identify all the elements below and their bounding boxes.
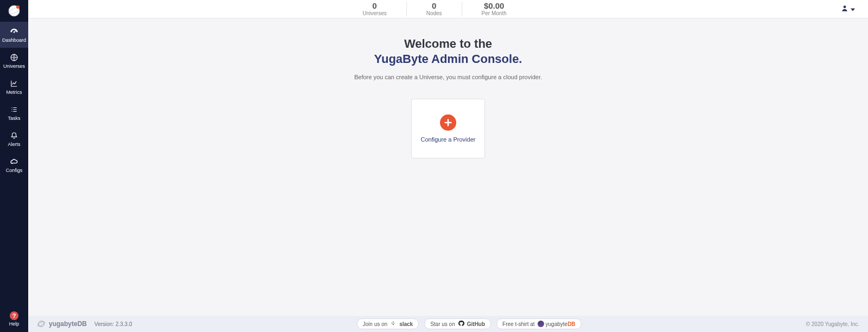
- list-icon: [10, 105, 18, 114]
- sidebar-item-metrics[interactable]: Metrics: [0, 74, 28, 100]
- topbar-stats: 0 Universes 0 Nodes $0.00 Per Month: [28, 2, 841, 17]
- slack-prefix: Join us on: [363, 321, 388, 327]
- globe-icon: [10, 53, 18, 62]
- stat-cost: $0.00 Per Month: [462, 2, 526, 17]
- footer-left: yugabyteDB Version: 2.3.3.0: [37, 320, 132, 328]
- sidebar-item-label: Configs: [6, 168, 23, 173]
- sidebar-item-label: Alerts: [8, 142, 20, 147]
- welcome-heading-line2: YugaByte Admin Console.: [374, 52, 522, 66]
- sidebar-item-alerts[interactable]: Alerts: [0, 126, 28, 152]
- svg-line-4: [14, 30, 16, 32]
- github-label: GitHub: [467, 321, 485, 327]
- stat-value: 0: [426, 2, 442, 11]
- footer-copyright: © 2020 Yugabyte, Inc.: [806, 321, 859, 327]
- chart-line-icon: [10, 79, 18, 88]
- sidebar-item-label: Metrics: [7, 90, 22, 95]
- sidebar-nav: Dashboard Universes Metrics Tasks Alerts: [0, 22, 28, 308]
- stat-value: 0: [362, 2, 386, 11]
- sidebar: Dashboard Universes Metrics Tasks Alerts: [0, 0, 28, 332]
- brand-logo[interactable]: [0, 0, 28, 22]
- sidebar-item-universes[interactable]: Universes: [0, 48, 28, 74]
- slack-label: slack: [399, 321, 413, 327]
- stat-nodes: 0 Nodes: [407, 2, 462, 17]
- welcome-heading-line1: Welcome to the: [404, 37, 492, 51]
- caret-down-icon: [851, 4, 855, 14]
- github-icon: [458, 320, 464, 328]
- svg-rect-10: [393, 321, 394, 323]
- topbar: 0 Universes 0 Nodes $0.00 Per Month: [28, 0, 868, 18]
- slack-icon: [390, 320, 397, 328]
- cloud-icon: [10, 157, 18, 166]
- plus-circle-icon: [440, 114, 456, 131]
- tshirt-brand-a: yugabyte: [546, 321, 568, 327]
- welcome-subtext: Before you can create a Universe, you mu…: [354, 74, 542, 80]
- sidebar-item-help[interactable]: ? Help: [0, 308, 28, 330]
- stat-universes: 0 Universes: [343, 2, 406, 17]
- yugabyte-logo-icon: yugabyteDB: [538, 321, 576, 327]
- footer: yugabyteDB Version: 2.3.3.0 Join us on s…: [28, 316, 868, 332]
- github-link[interactable]: Star us on GitHub: [424, 318, 491, 329]
- tshirt-brand-b: DB: [567, 321, 575, 327]
- footer-brand: yugabyteDB: [37, 320, 87, 328]
- sidebar-item-tasks[interactable]: Tasks: [0, 100, 28, 126]
- tshirt-prefix: Free t-shirt at: [502, 321, 534, 327]
- footer-center: Join us on slack Star us on GitHub Free …: [132, 318, 806, 329]
- sidebar-item-label: Help: [9, 321, 20, 327]
- bell-icon: [10, 131, 18, 140]
- sidebar-item-configs[interactable]: Configs: [0, 152, 28, 178]
- sidebar-item-label: Universes: [3, 63, 25, 69]
- svg-rect-9: [391, 323, 393, 324]
- stat-label: Nodes: [426, 10, 442, 16]
- logo-icon: [8, 4, 21, 17]
- svg-rect-11: [394, 323, 395, 324]
- dashboard-icon: [10, 27, 18, 36]
- planet-icon: [37, 320, 46, 328]
- tshirt-link[interactable]: Free t-shirt at yugabyteDB: [496, 318, 582, 329]
- footer-brand-text: yugabyteDB: [49, 320, 87, 328]
- card-label: Configure a Provider: [421, 136, 476, 143]
- user-icon: [841, 4, 848, 14]
- stat-value: $0.00: [482, 2, 507, 11]
- slack-link[interactable]: Join us on slack: [357, 318, 419, 329]
- svg-point-2: [16, 5, 20, 9]
- stat-label: Per Month: [482, 10, 507, 16]
- sidebar-bottom: ? Help: [0, 308, 28, 332]
- stat-label: Universes: [362, 10, 386, 16]
- svg-rect-12: [393, 324, 394, 325]
- svg-point-8: [37, 321, 46, 327]
- sidebar-item-label: Dashboard: [2, 37, 26, 43]
- footer-version: Version: 2.3.3.0: [94, 321, 132, 327]
- user-menu[interactable]: [841, 4, 868, 14]
- svg-point-6: [844, 5, 846, 8]
- configure-provider-card[interactable]: Configure a Provider: [411, 99, 485, 158]
- github-prefix: Star us on: [430, 321, 455, 327]
- sidebar-item-label: Tasks: [8, 116, 20, 121]
- sidebar-item-dashboard[interactable]: Dashboard: [0, 22, 28, 48]
- main-content: Welcome to the YugaByte Admin Console. B…: [28, 18, 868, 316]
- help-icon: ?: [10, 311, 18, 320]
